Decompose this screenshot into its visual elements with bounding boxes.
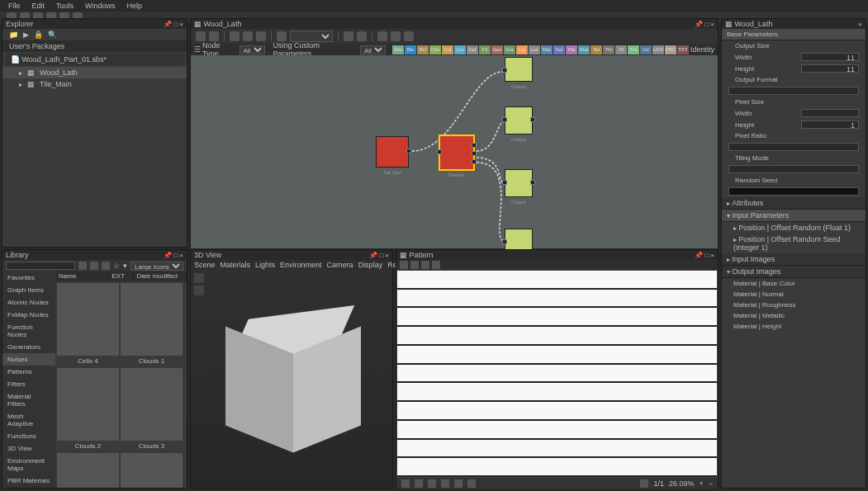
- out-metallic[interactable]: Material | Metallic: [722, 310, 866, 321]
- pstat-2-icon[interactable]: [415, 479, 423, 488]
- close-icon[interactable]: ×: [710, 252, 714, 259]
- undock-icon[interactable]: □: [379, 252, 383, 259]
- pstat-6-icon[interactable]: [467, 479, 476, 488]
- tree-item[interactable]: PBR Materials: [2, 474, 55, 487]
- tag-cha[interactable]: Cha: [429, 45, 441, 54]
- ptool-1-icon[interactable]: [400, 261, 408, 269]
- pattern-canvas[interactable]: [396, 270, 718, 478]
- tree-item[interactable]: Environment Maps: [2, 455, 55, 474]
- tag-thr[interactable]: Thr: [603, 45, 614, 54]
- section-outputimages[interactable]: ▾ Output Images: [722, 266, 866, 278]
- tool-link-icon[interactable]: [209, 31, 219, 41]
- tree-item[interactable]: Functions: [2, 430, 55, 442]
- section-attrs[interactable]: ▸ Attributes: [722, 197, 866, 210]
- tool-refresh-icon[interactable]: [391, 31, 401, 41]
- graph-item-tile[interactable]: ▸▦Tile_Main: [2, 78, 187, 90]
- section-base[interactable]: Base Parameters: [722, 29, 866, 40]
- out-normal[interactable]: Material | Normal: [722, 289, 866, 300]
- inputparam-2[interactable]: ▸ Position | Offset Random Seed (Integer…: [722, 234, 866, 253]
- tag-tra[interactable]: Tra: [628, 45, 639, 54]
- v3menu-item[interactable]: Camera: [327, 261, 353, 269]
- out-height[interactable]: Material | Height: [722, 321, 866, 332]
- pin-icon[interactable]: 📌: [164, 252, 172, 259]
- tool-comment-icon[interactable]: [243, 31, 253, 41]
- tag-gen[interactable]: Gen: [491, 45, 503, 54]
- pstat-1-icon[interactable]: [401, 479, 410, 488]
- node-out-1[interactable]: Output: [505, 57, 533, 82]
- tag-pla[interactable]: Pla: [566, 45, 577, 54]
- tag-los[interactable]: Los: [529, 45, 540, 54]
- tag-mat[interactable]: Mat: [541, 45, 553, 54]
- zoom-plus[interactable]: +: [699, 479, 703, 488]
- close-icon[interactable]: ×: [710, 21, 714, 28]
- out-basecolor[interactable]: Material | Base Color: [722, 278, 866, 289]
- tree-item[interactable]: Material Filters: [2, 390, 55, 410]
- height-field[interactable]: 11: [801, 64, 859, 73]
- v3menu-item[interactable]: Scene: [194, 261, 216, 269]
- ptool-2-icon[interactable]: [410, 261, 419, 269]
- menu-windows[interactable]: Windows: [85, 2, 116, 10]
- clear-icon[interactable]: [90, 262, 98, 270]
- gizmo-icon[interactable]: [194, 273, 204, 283]
- pstat-7-icon[interactable]: [640, 479, 648, 488]
- material-icon[interactable]: [194, 286, 204, 295]
- tiling-slider[interactable]: [728, 165, 859, 173]
- menu-help[interactable]: Help: [127, 2, 143, 10]
- node-out-3[interactable]: Output: [505, 169, 533, 197]
- tree-item[interactable]: Favorites: [2, 271, 55, 284]
- pswidth-field[interactable]: [801, 109, 859, 117]
- tag-tel[interactable]: Tel: [591, 45, 602, 54]
- tool-settings-icon[interactable]: [404, 31, 414, 41]
- col-ext[interactable]: EXT: [109, 271, 134, 281]
- tag-blu[interactable]: Blu: [405, 45, 416, 54]
- search-icon[interactable]: [78, 262, 87, 270]
- undock-icon[interactable]: □: [173, 21, 178, 28]
- 3dview-canvas[interactable]: [191, 270, 392, 488]
- tag-txt[interactable]: TXT: [677, 45, 689, 54]
- col-date[interactable]: Date modified: [134, 271, 187, 281]
- pin-icon[interactable]: 📌: [164, 21, 172, 28]
- node-out-2[interactable]: Output: [505, 106, 533, 135]
- v3menu-item[interactable]: Display: [358, 261, 383, 269]
- undock-icon[interactable]: □: [704, 21, 709, 28]
- tool-pin-icon[interactable]: [256, 31, 266, 41]
- menu-edit[interactable]: Edit: [32, 2, 45, 10]
- filter-icon[interactable]: ☰: [194, 45, 201, 54]
- tag-gra[interactable]: Gra: [504, 45, 515, 54]
- pin-icon[interactable]: 📌: [695, 21, 703, 28]
- ptool-3-icon[interactable]: [421, 261, 429, 269]
- tree-item[interactable]: Graph Items: [2, 284, 55, 296]
- thumbnail[interactable]: Clouds 3: [121, 368, 183, 451]
- undock-icon[interactable]: □: [704, 252, 709, 259]
- tree-item[interactable]: Filters: [2, 378, 55, 390]
- package-item[interactable]: 📄 Wood_Lath_Part_01.sbs*: [6, 54, 183, 65]
- close-icon[interactable]: ×: [385, 252, 389, 259]
- v3menu-item[interactable]: Materials: [221, 261, 251, 269]
- tool-autoarrange-icon[interactable]: [357, 31, 367, 41]
- inputparam-1[interactable]: ▸ Position | Offset Random (Float 1): [722, 222, 866, 234]
- menu-file[interactable]: File: [8, 2, 21, 10]
- psheight-field[interactable]: 1: [801, 120, 859, 129]
- tag-bo[interactable]: BO: [417, 45, 429, 54]
- width-field[interactable]: 11: [801, 53, 859, 61]
- tool-zoom-icon[interactable]: [277, 31, 287, 41]
- tag-uv[interactable]: UV: [640, 45, 652, 54]
- tree-item[interactable]: FxMap Nodes: [2, 309, 55, 321]
- graph-item-wood[interactable]: ▸▦Wood_Lath: [2, 67, 187, 78]
- tag-cur[interactable]: Cur: [454, 45, 466, 54]
- seed-slider[interactable]: [728, 187, 859, 196]
- tree-item[interactable]: Patterns: [2, 366, 55, 378]
- tag-nor[interactable]: Nor: [553, 45, 565, 54]
- thumbnail[interactable]: Clouds 1: [121, 283, 183, 366]
- library-search[interactable]: [6, 262, 75, 270]
- undock-icon[interactable]: □: [173, 252, 178, 259]
- menu-tools[interactable]: Tools: [56, 2, 74, 10]
- tree-item[interactable]: Function Nodes: [2, 321, 55, 341]
- tool-align-icon[interactable]: [344, 31, 353, 41]
- ptool-4-icon[interactable]: [432, 261, 440, 269]
- tag-til[interactable]: Til: [615, 45, 627, 54]
- outfmt-slider[interactable]: [728, 87, 859, 95]
- tool-compute-icon[interactable]: [377, 31, 387, 41]
- tree-item[interactable]: MDL Resources: [2, 487, 55, 491]
- close-icon[interactable]: ×: [179, 21, 183, 28]
